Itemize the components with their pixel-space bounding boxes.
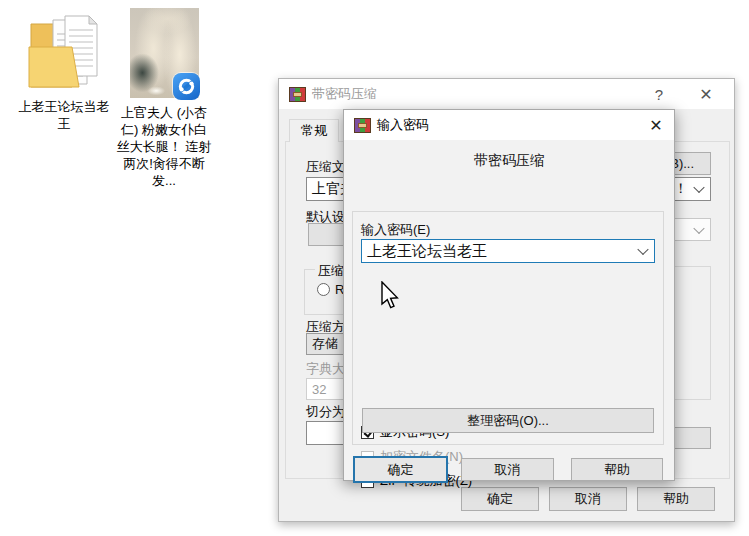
password-dialog-titlebar[interactable]: 输入密码 bbox=[344, 110, 674, 140]
dictionary-size-value: 32 bbox=[307, 382, 326, 397]
chevron-down-icon[interactable] bbox=[637, 244, 648, 255]
archive-ok-button[interactable]: 确定 bbox=[461, 487, 539, 511]
media-player-badge-icon bbox=[173, 73, 200, 100]
password-combobox[interactable]: 上老王论坛当老王 bbox=[361, 239, 655, 263]
close-icon[interactable]: ✕ bbox=[684, 79, 728, 109]
winrar-icon bbox=[289, 87, 306, 102]
archive-name-end: ！ bbox=[674, 180, 688, 198]
folder-icon bbox=[27, 12, 101, 92]
password-help-button[interactable]: 帮助 bbox=[571, 458, 663, 481]
desktop-video-icon[interactable]: 上官夫人 (小杏仁) 粉嫩女仆白丝大长腿！ 连射两次!肏得不断发... bbox=[115, 4, 213, 189]
compression-method-value: 存储 bbox=[307, 335, 338, 353]
password-dialog-title: 输入密码 bbox=[377, 116, 429, 134]
enter-password-label: 输入密码(E) bbox=[361, 221, 430, 239]
desktop: 上老王论坛当老王 上官夫人 (小杏仁) 粉嫩女仆白丝大长腿！ 连射两次!肏得不断… bbox=[0, 0, 749, 536]
organize-passwords-button[interactable]: 整理密码(O)... bbox=[362, 408, 654, 433]
archive-help-button[interactable]: 帮助 bbox=[637, 487, 715, 511]
tab-general[interactable]: 常规 bbox=[289, 119, 339, 142]
chevron-down-icon[interactable] bbox=[693, 182, 704, 193]
folder-label: 上老王论坛当老王 bbox=[16, 98, 112, 132]
password-ok-button[interactable]: 确定 bbox=[353, 456, 448, 483]
winrar-icon bbox=[354, 118, 371, 133]
password-cancel-button[interactable]: 取消 bbox=[461, 458, 554, 481]
password-value: 上老王论坛当老王 bbox=[362, 242, 487, 261]
archive-dialog-title: 带密码压缩 bbox=[312, 85, 377, 103]
help-titlebar-button[interactable]: ? bbox=[642, 79, 676, 109]
close-icon[interactable]: ✕ bbox=[636, 110, 676, 140]
format-radio[interactable] bbox=[317, 283, 330, 296]
desktop-folder-icon[interactable]: 上老王论坛当老王 bbox=[16, 8, 112, 132]
password-dialog-heading: 带密码压缩 bbox=[344, 152, 674, 170]
mouse-cursor-icon bbox=[381, 281, 403, 313]
video-thumbnail bbox=[130, 8, 199, 98]
video-label: 上官夫人 (小杏仁) 粉嫩女仆白丝大长腿！ 连射两次!肏得不断发... bbox=[115, 104, 213, 189]
chevron-down-icon bbox=[693, 222, 704, 233]
archive-cancel-button[interactable]: 取消 bbox=[549, 487, 627, 511]
